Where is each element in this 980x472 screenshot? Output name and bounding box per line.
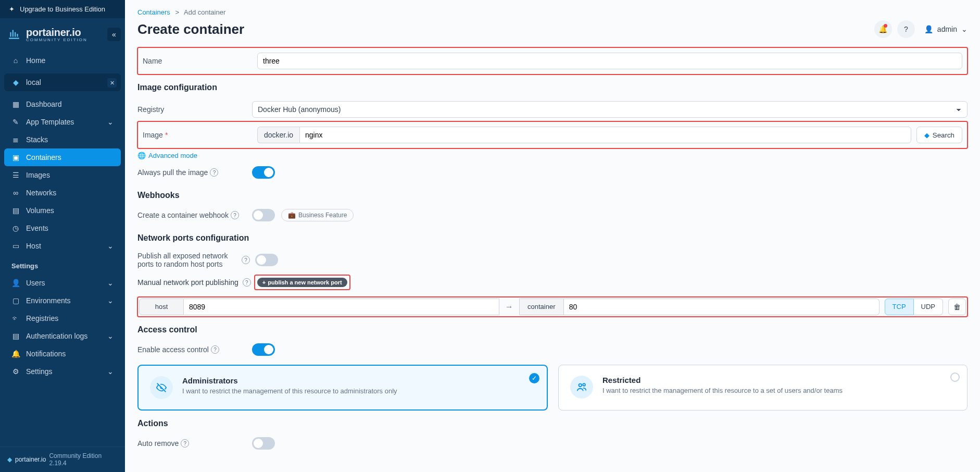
host-port-input[interactable]	[184, 299, 499, 315]
crane-icon	[7, 27, 21, 42]
restricted-card[interactable]: Restricted I want to restrict the manage…	[558, 365, 968, 411]
name-input[interactable]	[257, 53, 962, 69]
delete-port-button[interactable]: 🗑	[948, 299, 966, 315]
nav-environments[interactable]: ▢ Environments ⌄	[4, 292, 121, 309]
nav-label: Notifications	[26, 350, 66, 358]
help-button[interactable]: ?	[897, 20, 915, 38]
help-icon[interactable]: ?	[210, 168, 218, 177]
nav-dashboard[interactable]: ▦ Dashboard	[4, 95, 121, 113]
help-icon[interactable]: ?	[242, 256, 250, 264]
nav-host[interactable]: ▭ Host ⌄	[4, 237, 121, 255]
home-icon: ⌂	[11, 56, 20, 65]
nav-auth-logs[interactable]: ▤ Authentication logs ⌄	[4, 327, 121, 345]
publish-all-toggle[interactable]	[255, 254, 278, 266]
breadcrumb-sep: >	[175, 8, 180, 16]
nav-app-templates[interactable]: ✎ App Templates ⌄	[4, 113, 121, 131]
footer-brand: portainer.io	[15, 456, 46, 463]
registries-icon: ᯤ	[11, 314, 20, 322]
network-heading: Network ports configuration	[137, 225, 968, 248]
nav-label: Volumes	[26, 206, 54, 215]
networks-icon: ∞	[11, 189, 20, 197]
manual-publish-row: Manual network port publishing ? + publi…	[137, 272, 968, 293]
main-content: Containers > Add container Create contai…	[125, 0, 980, 472]
breadcrumb-root[interactable]: Containers	[137, 8, 170, 16]
nav-label: App Templates	[26, 118, 74, 126]
help-icon[interactable]: ?	[211, 345, 219, 354]
svg-point-0	[579, 384, 582, 387]
bell-icon: 🔔	[878, 25, 887, 33]
chevron-down-icon: ⌄	[107, 242, 114, 250]
always-pull-label: Always pull the image	[137, 168, 208, 177]
main-nav: ⌂ Home ◆ local ✕ ▦ Dashboard ✎ App Templ…	[0, 47, 125, 446]
nav-volumes[interactable]: ▤ Volumes	[4, 202, 121, 219]
nav-label: Images	[26, 171, 50, 179]
nav-users[interactable]: 👤 Users ⌄	[4, 274, 121, 292]
close-env-button[interactable]: ✕	[107, 78, 117, 88]
help-icon[interactable]: ?	[231, 211, 239, 219]
footer-version: Community Edition 2.19.4	[49, 452, 118, 467]
webhook-toggle[interactable]	[252, 209, 275, 221]
business-label: Business Feature	[298, 212, 347, 219]
webhook-label: Create a container webhook	[137, 211, 229, 219]
required-marker: *	[165, 131, 168, 139]
nav-label: Users	[26, 279, 45, 287]
nav-images[interactable]: ☰ Images	[4, 166, 121, 184]
nav-networks[interactable]: ∞ Networks	[4, 184, 121, 202]
auto-remove-row: Auto remove ?	[137, 433, 968, 453]
users-icon	[570, 376, 593, 399]
auto-remove-label: Auto remove	[137, 439, 179, 448]
publish-new-port-button[interactable]: + publish a new network port	[257, 278, 347, 287]
user-menu[interactable]: 👤 admin ⌄	[924, 25, 968, 33]
nav-label: Containers	[26, 153, 61, 162]
search-button[interactable]: ◆ Search	[916, 127, 962, 143]
nav-environment-local[interactable]: ◆ local ✕	[4, 73, 121, 91]
restricted-desc: I want to restrict the management of thi…	[602, 387, 843, 394]
auth-logs-icon: ▤	[11, 332, 20, 340]
enable-access-toggle[interactable]	[252, 343, 275, 356]
bell-icon: 🔔	[11, 350, 20, 358]
access-cards: ✓ Administrators I want to restrict the …	[137, 365, 968, 411]
registry-select[interactable]: Docker Hub (anonymous)	[252, 101, 968, 118]
tcp-button[interactable]: TCP	[885, 299, 914, 315]
help-icon[interactable]: ?	[243, 278, 251, 287]
users-icon: 👤	[11, 279, 20, 287]
collapse-sidebar-button[interactable]: «	[107, 28, 121, 41]
breadcrumb-leaf: Add container	[184, 8, 225, 16]
auto-remove-toggle[interactable]	[252, 437, 275, 450]
nav-stacks[interactable]: ≣ Stacks	[4, 131, 121, 148]
restricted-title: Restricted	[602, 376, 843, 384]
container-port-input[interactable]	[564, 299, 880, 315]
upgrade-banner[interactable]: ✦ Upgrade to Business Edition	[0, 0, 125, 18]
help-icon[interactable]: ?	[181, 439, 189, 448]
nav-label: Settings	[26, 367, 53, 376]
form: Name Image configuration Registry Docker…	[125, 47, 980, 472]
environments-icon: ▢	[11, 296, 20, 305]
nav-containers[interactable]: ▣ Containers	[4, 148, 121, 166]
sidebar: ✦ Upgrade to Business Edition portainer.…	[0, 0, 125, 472]
registry-label: Registry	[137, 105, 252, 114]
webhooks-heading: Webhooks	[137, 182, 968, 205]
breadcrumb: Containers > Add container	[125, 0, 980, 16]
check-icon: ✓	[529, 373, 539, 383]
always-pull-toggle[interactable]	[252, 166, 275, 179]
enable-access-row: Enable access control ?	[137, 340, 968, 359]
administrators-card[interactable]: ✓ Administrators I want to restrict the …	[137, 365, 548, 411]
chevron-down-icon: ⌄	[107, 296, 114, 305]
udp-button[interactable]: UDP	[914, 299, 943, 315]
image-input[interactable]	[299, 127, 911, 143]
business-badge: 💼 Business Feature	[281, 209, 354, 221]
docker-icon: ◆	[924, 131, 929, 139]
advanced-mode-link[interactable]: 🌐 Advanced mode	[137, 148, 197, 163]
nav-label: Home	[26, 56, 45, 65]
stacks-icon: ≣	[11, 135, 20, 144]
nav-home[interactable]: ⌂ Home	[4, 52, 121, 69]
volumes-icon: ▤	[11, 206, 20, 215]
nav-settings[interactable]: ⚙ Settings ⌄	[4, 363, 121, 380]
chevron-down-icon: ⌄	[107, 367, 114, 376]
nav-notifications[interactable]: 🔔 Notifications	[4, 345, 121, 363]
notifications-button[interactable]: 🔔	[874, 20, 892, 38]
nav-registries[interactable]: ᯤ Registries	[4, 309, 121, 327]
nav-events[interactable]: ◷ Events	[4, 219, 121, 237]
chevron-left-icon: «	[112, 30, 116, 39]
logo[interactable]: portainer.io COMMUNITY EDITION «	[0, 18, 125, 47]
